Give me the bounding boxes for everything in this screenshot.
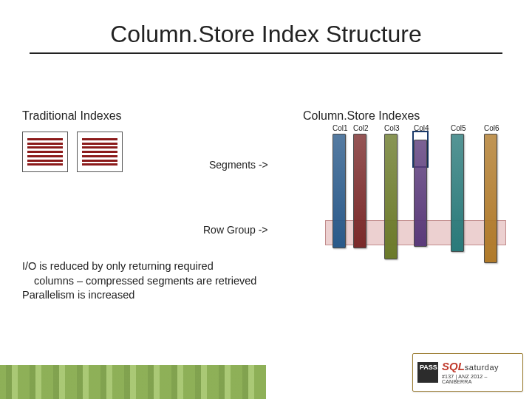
slide-title: Column.Store Index Structure [0,0,532,48]
column-label-6: Col6 [484,124,499,132]
footer-grass-strip [0,365,266,399]
column-bar-4 [414,140,427,247]
column-bar-1 [332,134,346,248]
para-line-3: Parallelism is increased [22,288,256,303]
index-page-1 [22,132,68,172]
column-bar-2 [353,134,366,248]
pass-badge: PASS [417,362,438,383]
para-line-1: I/O is reduced by only returning require… [22,259,256,274]
description-text: I/O is reduced by only returning require… [22,259,256,303]
sql-word: SQL [442,360,465,372]
saturday-word: saturday [465,363,499,372]
segments-label: Segments -> [209,159,268,171]
column-label-1: Col1 [332,124,348,132]
traditional-label: Traditional Indexes [22,109,122,123]
event-line: #137 | ANZ 2012 – CANBERRA [442,374,518,384]
column-bar-5 [451,134,464,252]
columnstore-label: Column.Store Indexes [303,109,420,123]
index-page-2 [77,132,123,172]
column-bar-3 [384,134,398,259]
column-bar-6 [484,134,497,263]
column-label-2: Col2 [353,124,369,132]
column-label-5: Col5 [451,124,466,132]
rowgroup-label: Row Group -> [203,224,268,236]
traditional-boxes [22,132,123,172]
sql-saturday-logo: PASS SQLsaturday #137 | ANZ 2012 – CANBE… [412,353,523,392]
para-line-2: columns – compressed segments are retrie… [22,274,256,289]
column-label-3: Col3 [384,124,400,132]
content-area: Traditional Indexes Column.Store Indexes… [0,54,532,349]
